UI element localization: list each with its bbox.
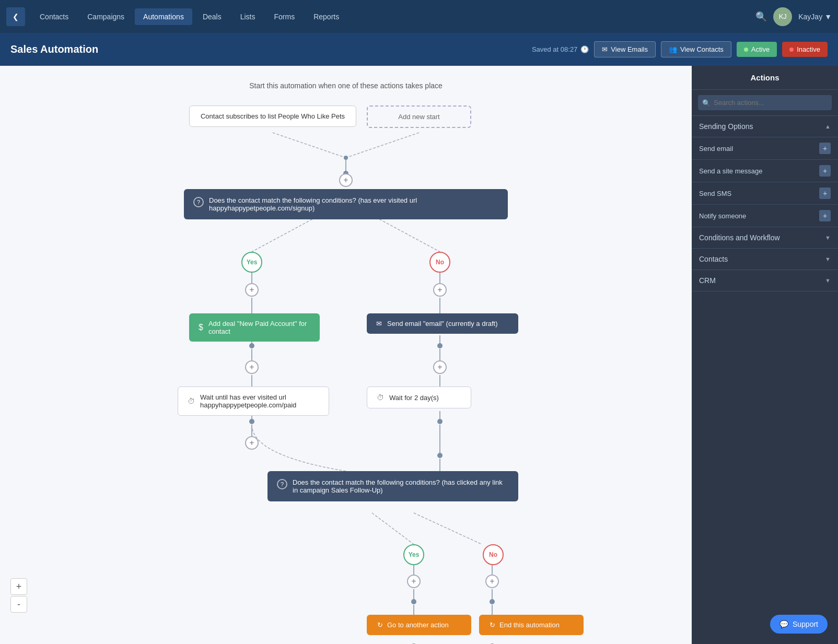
wait-box-1[interactable]: ⏱ Wait until has ever visited url happyh… xyxy=(178,387,329,416)
chat-icon: 💬 xyxy=(779,620,788,628)
question-icon-2: ? xyxy=(277,479,287,489)
svg-point-35 xyxy=(437,453,443,458)
canvas-start-text: Start this automation when one of these … xyxy=(21,81,671,90)
condition-box-1[interactable]: ? Does the contact match the following c… xyxy=(184,189,508,219)
chevron-down-icon-crm: ▼ xyxy=(825,277,831,284)
nav-reports[interactable]: Reports xyxy=(305,8,347,25)
inactive-dot-icon xyxy=(789,48,794,52)
user-menu[interactable]: KayJay ▼ xyxy=(798,13,832,21)
zoom-out-button[interactable]: - xyxy=(10,596,27,613)
svg-point-36 xyxy=(411,599,416,604)
add-sms-icon[interactable]: + xyxy=(819,188,831,199)
sending-options-items: Send email + Send a site message + Send … xyxy=(692,137,838,227)
add-step-button-wait1[interactable]: + xyxy=(245,436,259,450)
end-automation-button[interactable]: ↻ End this automation xyxy=(479,615,584,635)
add-step-button-email[interactable]: + xyxy=(433,360,447,374)
no-circle-1[interactable]: No xyxy=(429,252,450,273)
svg-point-32 xyxy=(437,343,443,348)
action-deal-box[interactable]: $ Add deal "New Paid Account" for contac… xyxy=(189,313,320,342)
avatar[interactable]: KJ xyxy=(773,7,792,26)
inactive-button[interactable]: Inactive xyxy=(782,42,828,57)
add-site-message-icon[interactable]: + xyxy=(819,165,831,177)
trigger-box[interactable]: Contact subscribes to list People Who Li… xyxy=(189,106,356,127)
add-send-email-icon[interactable]: + xyxy=(819,143,831,154)
end-icon: ↻ xyxy=(490,621,495,629)
section-crm[interactable]: CRM ▼ xyxy=(692,270,838,291)
subheader-actions: Saved at 08:27 🕐 ✉ View Emails 👥 View Co… xyxy=(532,41,828,57)
section-crm-label: CRM xyxy=(699,276,716,285)
nav-automations[interactable]: Automations xyxy=(135,8,192,25)
svg-line-21 xyxy=(372,513,414,544)
deal-icon: $ xyxy=(199,323,203,332)
nav-forms[interactable]: Forms xyxy=(266,8,304,25)
section-conditions[interactable]: Conditions and Workflow ▼ xyxy=(692,227,838,249)
nav-campaigns[interactable]: Campaigns xyxy=(79,8,133,25)
chevron-down-icon-conditions: ▼ xyxy=(825,235,831,241)
svg-point-34 xyxy=(437,419,443,424)
top-nav: ❮ Contacts Campaigns Automations Deals L… xyxy=(0,0,838,33)
chevron-down-icon-contacts: ▼ xyxy=(825,256,831,262)
no-circle-2[interactable]: No xyxy=(483,544,504,565)
zoom-controls: + - xyxy=(10,578,27,613)
nav-right: 🔍 KJ KayJay ▼ xyxy=(755,7,832,26)
svg-line-4 xyxy=(372,215,440,252)
active-button[interactable]: Active xyxy=(737,42,777,57)
condition-box-2[interactable]: ? Does the contact match the following c… xyxy=(267,471,518,501)
nav-contacts[interactable]: Contacts xyxy=(31,8,77,25)
nav-expand-button[interactable]: ❮ xyxy=(6,7,25,26)
flow-area: Contact subscribes to list People Who Li… xyxy=(121,100,571,644)
add-new-start-box[interactable]: Add new start xyxy=(367,106,471,128)
action-send-email[interactable]: Send email + xyxy=(692,137,838,160)
svg-point-37 xyxy=(490,599,495,604)
wait-box-2[interactable]: ⏱ Wait for 2 day(s) xyxy=(367,387,471,408)
add-step-button-no2[interactable]: + xyxy=(485,575,499,588)
subheader: Sales Automation Saved at 08:27 🕐 ✉ View… xyxy=(0,33,838,66)
email-icon: ✉ xyxy=(602,45,608,53)
action-email-box[interactable]: ✉ Send email "email" (currently a draft) xyxy=(367,313,518,334)
view-contacts-button[interactable]: 👥 View Contacts xyxy=(661,41,731,57)
chevron-down-icon: ▼ xyxy=(824,13,832,21)
goto-action-button[interactable]: ↻ Go to another action xyxy=(367,615,471,635)
svg-point-33 xyxy=(249,419,254,424)
clock-wait-icon: ⏱ xyxy=(188,397,195,405)
action-send-site-message[interactable]: Send a site message + xyxy=(692,160,838,182)
clock-icon: 🕐 xyxy=(580,45,589,53)
section-contacts[interactable]: Contacts ▼ xyxy=(692,249,838,270)
yes-circle-2[interactable]: Yes xyxy=(403,544,424,565)
section-sending-options[interactable]: Sending Options ▲ xyxy=(692,116,838,137)
automation-title: Sales Automation xyxy=(10,43,532,55)
search-icon[interactable]: 🔍 xyxy=(755,11,767,22)
svg-line-0 xyxy=(273,133,346,158)
canvas: Start this automation when one of these … xyxy=(0,66,692,644)
add-notify-icon[interactable]: + xyxy=(819,210,831,221)
contacts-icon: 👥 xyxy=(669,45,677,53)
saved-text: Saved at 08:27 🕐 xyxy=(532,45,589,53)
search-box: 🔍 xyxy=(692,90,838,116)
svg-point-31 xyxy=(249,343,254,348)
active-dot-icon xyxy=(744,48,748,52)
panel-title: Actions xyxy=(692,66,838,90)
view-emails-button[interactable]: ✉ View Emails xyxy=(594,41,656,57)
add-step-button-no[interactable]: + xyxy=(433,283,447,297)
zoom-in-button[interactable]: + xyxy=(10,578,27,595)
nav-items: Contacts Campaigns Automations Deals Lis… xyxy=(31,8,755,25)
svg-line-22 xyxy=(414,513,482,544)
clock-wait-icon-2: ⏱ xyxy=(377,393,384,402)
nav-deals[interactable]: Deals xyxy=(194,8,230,25)
svg-line-1 xyxy=(346,133,419,158)
add-step-button-0[interactable]: + xyxy=(339,173,353,187)
support-button[interactable]: 💬 Support xyxy=(770,615,828,634)
search-icon-panel: 🔍 xyxy=(702,99,711,107)
action-notify-someone[interactable]: Notify someone + xyxy=(692,205,838,227)
main-layout: Start this automation when one of these … xyxy=(0,66,838,644)
nav-lists[interactable]: Lists xyxy=(232,8,264,25)
question-icon: ? xyxy=(193,197,204,207)
search-input[interactable] xyxy=(698,95,832,110)
add-step-button-yes[interactable]: + xyxy=(245,283,259,297)
action-send-sms[interactable]: Send SMS + xyxy=(692,182,838,205)
yes-circle-1[interactable]: Yes xyxy=(241,252,262,273)
add-step-button-deal[interactable]: + xyxy=(245,360,259,374)
right-panel: Actions 🔍 Sending Options ▲ Send email +… xyxy=(692,66,838,644)
add-step-button-yes2[interactable]: + xyxy=(407,575,421,588)
svg-point-29 xyxy=(344,156,348,160)
